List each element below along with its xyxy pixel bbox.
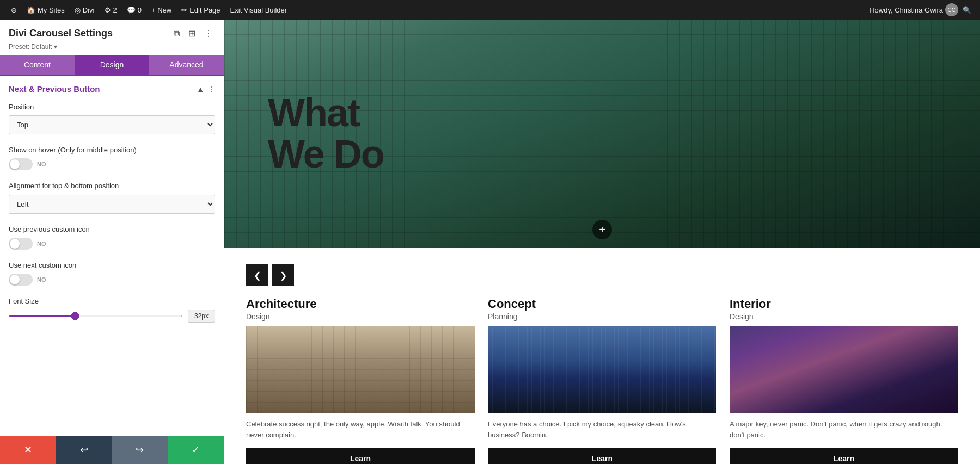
next-icon-toggle[interactable] — [9, 274, 33, 286]
divi-item[interactable]: ◎ Divi — [70, 0, 99, 20]
preset-label: Preset: Default — [9, 43, 52, 51]
hover-toggle-label: NO — [37, 161, 46, 168]
edit-page-item[interactable]: ✏ Edit Page — [177, 0, 224, 20]
bubbles-item[interactable]: 💬 0 — [122, 0, 146, 20]
prev-icon-field: Use previous custom icon NO — [9, 225, 215, 250]
section-options-icon[interactable]: ⋮ — [207, 85, 215, 94]
bubble-icon: 💬 — [127, 6, 136, 14]
hero-text-line2: We Do — [268, 134, 384, 175]
howdy-text: Howdy, Christina Gwira — [869, 6, 943, 14]
undo-button[interactable]: ↩ — [56, 436, 112, 464]
card-1-learn-button[interactable]: Learn — [246, 448, 475, 464]
carousel-nav: ❮ ❯ — [246, 264, 958, 286]
my-sites-item[interactable]: 🏠 My Sites — [22, 0, 69, 20]
pencil-icon: ✏ — [181, 6, 187, 14]
card-2-title: Concept — [488, 297, 716, 311]
card-3-title: Interior — [730, 297, 958, 311]
font-size-label: Font Size — [9, 296, 215, 306]
collapse-icon[interactable]: ▲ — [197, 85, 204, 94]
search-icon[interactable]: 🔍 — [960, 4, 973, 16]
prev-icon-toggle[interactable] — [9, 238, 33, 250]
exit-builder-item[interactable]: Exit Visual Builder — [226, 0, 292, 20]
card-1-subtitle: Design — [246, 312, 475, 321]
card-3-subtitle: Design — [730, 312, 958, 321]
cancel-button[interactable]: ✕ — [0, 436, 56, 464]
prev-toggle-knob — [10, 239, 20, 249]
wp-icon: ⊕ — [11, 6, 17, 14]
panel-tabs: Content Design Advanced — [0, 55, 224, 76]
preset-selector[interactable]: Preset: Default ▾ — [0, 42, 224, 55]
alignment-select[interactable]: Left Center Right — [9, 195, 215, 214]
next-icon-label: Use next custom icon — [9, 261, 215, 270]
divi-label: Divi — [83, 6, 95, 14]
menu-icon[interactable]: ⋮ — [202, 27, 215, 40]
wp-logo[interactable]: ⊕ — [7, 0, 21, 20]
next-toggle-knob — [10, 275, 20, 284]
tab-advanced[interactable]: Advanced — [149, 55, 224, 75]
card-2-learn-button[interactable]: Learn — [488, 448, 716, 464]
comments-icon: ⚙ — [105, 6, 111, 14]
tab-design[interactable]: Design — [75, 55, 149, 75]
section-title: Next & Previous Button — [9, 84, 100, 94]
preset-arrow: ▾ — [54, 43, 57, 51]
canvas-area: What We Do + ❮ ❯ Architecture Design Cel… — [224, 20, 980, 464]
hover-field: Show on hover (Only for middle position)… — [9, 145, 215, 170]
card-2: Concept Planning Everyone has a choice. … — [488, 297, 716, 464]
hero-text: What We Do — [268, 92, 384, 175]
settings-panel: Divi Carousel Settings ⧉ ⊞ ⋮ Preset: Def… — [0, 20, 224, 464]
hover-label: Show on hover (Only for middle position) — [9, 145, 215, 155]
main-layout: Divi Carousel Settings ⧉ ⊞ ⋮ Preset: Def… — [0, 20, 980, 464]
card-3-desc: A major key, never panic. Don't panic, w… — [730, 419, 958, 440]
carousel-section: ❮ ❯ Architecture Design Celebrate succes… — [224, 248, 980, 464]
divi-icon: ◎ — [75, 6, 81, 14]
cards-row: Architecture Design Celebrate success ri… — [246, 297, 958, 464]
next-icon-toggle-row: NO — [9, 274, 215, 286]
tab-content[interactable]: Content — [0, 55, 75, 75]
card-2-desc: Everyone has a choice. I pick my choice,… — [488, 419, 716, 440]
avatar: CG — [945, 3, 958, 16]
edit-page-label: Edit Page — [189, 6, 220, 14]
layout-icon[interactable]: ⊞ — [186, 27, 198, 40]
prev-icon-toggle-label: NO — [37, 240, 46, 247]
font-size-field: Font Size 32px — [9, 296, 215, 323]
bubbles-count: 0 — [138, 6, 142, 14]
panel-bottom-buttons: ✕ ↩ ↪ ✓ — [0, 436, 224, 464]
next-icon-toggle-label: NO — [37, 276, 46, 283]
carousel-prev-button[interactable]: ❮ — [246, 264, 268, 286]
carousel-next-button[interactable]: ❯ — [272, 264, 294, 286]
position-select[interactable]: Top Middle Bottom — [9, 115, 215, 134]
redo-button[interactable]: ↪ — [112, 436, 168, 464]
card-1-title: Architecture — [246, 297, 475, 311]
comments-item[interactable]: ⚙ 2 — [100, 0, 121, 20]
panel-title: Divi Carousel Settings — [9, 28, 113, 39]
my-sites-label: My Sites — [38, 6, 65, 14]
card-1-image — [246, 326, 475, 413]
panel-content: Next & Previous Button ▲ ⋮ Position Top … — [0, 76, 224, 436]
font-size-slider[interactable] — [9, 315, 182, 317]
exit-builder-label: Exit Visual Builder — [230, 6, 287, 14]
section-header: Next & Previous Button ▲ ⋮ — [9, 84, 215, 94]
position-label: Position — [9, 102, 215, 112]
card-3-image — [730, 326, 958, 413]
window-icon[interactable]: ⧉ — [171, 28, 182, 40]
font-size-value: 32px — [188, 310, 215, 323]
card-1: Architecture Design Celebrate success ri… — [246, 297, 475, 464]
admin-bar-right: Howdy, Christina Gwira CG 🔍 — [869, 3, 973, 16]
hover-toggle[interactable] — [9, 158, 33, 170]
next-icon-field: Use next custom icon NO — [9, 261, 215, 286]
hero-text-line1: What — [268, 92, 384, 134]
alignment-label: Alignment for top & bottom position — [9, 181, 215, 191]
save-button[interactable]: ✓ — [168, 436, 224, 464]
section-icons: ▲ ⋮ — [197, 85, 215, 94]
card-3: Interior Design A major key, never panic… — [730, 297, 958, 464]
new-item[interactable]: + New — [147, 0, 176, 20]
card-1-desc: Celebrate success right, the only way, a… — [246, 419, 475, 440]
prev-icon-toggle-row: NO — [9, 238, 215, 250]
comments-count: 2 — [113, 6, 117, 14]
hero-add-button[interactable]: + — [592, 220, 612, 239]
card-2-subtitle: Planning — [488, 312, 716, 321]
font-size-range-row: 32px — [9, 310, 215, 323]
alignment-field: Alignment for top & bottom position Left… — [9, 181, 215, 213]
sites-icon: 🏠 — [27, 6, 35, 14]
card-3-learn-button[interactable]: Learn — [730, 448, 958, 464]
